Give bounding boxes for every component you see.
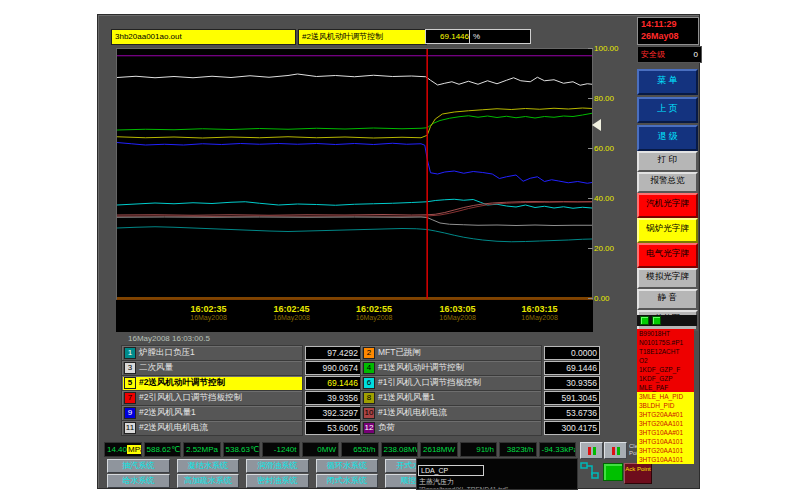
legend-color-swatch: 4 [363,362,375,374]
status-value-cell: 14.40MPa [104,442,142,457]
screen-shortcut-button[interactable]: 密封油系统 [246,474,309,488]
legend-label-cell[interactable]: 9#2送风机风量1 [121,405,303,421]
legend-label-cell[interactable]: 1炉膛出口负压1 [121,345,303,361]
alarm-list: B99018HTN010175S.#P1T18E12ACHTO21KDF_GZP… [637,329,694,464]
sidebar-button-模拟光字牌[interactable]: 模拟光字牌 [637,268,698,289]
dcs-trend-window: 3hb20aa001ao.out #2送风机动叶调节控制 69.1446 % 1… [97,14,700,489]
sidebar-button-报警总览[interactable]: 报警总览 [637,172,698,193]
legend-point-name: 二次风量 [139,362,173,374]
security-level-label: 安全级 [641,47,665,62]
alarm-item[interactable]: N010175S.#P1 [637,338,694,347]
alarm-item[interactable]: 3BLDH_PID [637,401,694,410]
legend-label-cell[interactable]: 11#2送风机电机电流 [121,420,303,436]
status-indicator-row [637,315,697,326]
legend-row[interactable]: 5#2送风机动叶调节控制69.1446 [121,376,361,390]
legend-row[interactable]: 11#2送风机电机电流53.6005 [121,421,361,435]
status-value-cell: 588.62℃ [144,442,182,457]
monitor-icon[interactable] [603,463,623,481]
alarm-item[interactable]: 3HTG10AA101 [637,437,694,446]
security-level-box: 安全级 0 [637,46,702,63]
legend-row[interactable]: 7#2引风机入口调节挡板控制39.9356 [121,391,361,405]
trend-file-field[interactable]: LDA_CP 主蒸汽压力 "Paper/trend/XL.TREND41.trd… [416,458,578,490]
legend-row[interactable]: 10#1送风机电机电流53.6736 [360,406,600,420]
y-tick-label: 40.00 [594,194,634,203]
legend-label-cell[interactable]: 8#1送风机风量1 [360,390,542,406]
cursor-value-pointer-icon[interactable] [592,119,601,131]
green-bar-icon [593,447,596,455]
legend-label-cell[interactable]: 12负荷 [360,420,542,436]
screen-shortcut-button[interactable]: 凝结水系统 [177,459,240,473]
trend-plot[interactable] [116,48,593,301]
sidebar-button-打印[interactable]: 打 印 [637,151,698,172]
y-tick-mark [588,298,593,299]
legend-row[interactable]: 4#1送风机动叶调节控制69.1446 [360,361,600,375]
alarm-item[interactable]: 1KDF_GZP_F [637,365,694,374]
alarm-item[interactable]: O2 [637,356,694,365]
legend-label-cell[interactable]: 3二次风量 [121,360,303,376]
alarm-item[interactable]: 3HTG20AA#01 [637,410,694,419]
alarm-item[interactable]: B99018HT [637,329,694,338]
network-icon[interactable] [580,462,600,480]
legend-row[interactable]: 3二次风量990.0674 [121,361,361,375]
legend-row[interactable]: 1炉膛出口负压197.4292 [121,346,361,360]
status-value-cell: -94.33kPa [539,442,577,457]
legend-label-cell[interactable]: 4#1送风机动叶调节控制 [360,360,542,376]
sidebar-button-电气光字牌[interactable]: 电气光字牌 [637,243,698,268]
legend-point-value: 39.9356 [305,391,361,405]
legend-row[interactable]: 12负荷300.4175 [360,421,600,435]
point-title-field[interactable]: #2送风机动叶调节控制 [298,29,427,45]
trend-series-#2送风机风量1 [117,143,592,184]
alarm-item[interactable]: 3HTG20AA101 [637,419,694,428]
point-indicator-button-1[interactable] [580,442,603,459]
legend-label-cell[interactable]: 5#2送风机动叶调节控制 [121,375,303,391]
trend-series-#1引风机入口调节挡板控制 [117,199,592,208]
status-value-cell: 2618MW [420,442,458,457]
sidebar-button-汽机光字牌[interactable]: 汽机光字牌 [637,193,698,218]
legend-row[interactable]: 9#2送风机风量1392.3297 [121,406,361,420]
legend-row[interactable]: 8#1送风机风量1591.3045 [360,391,600,405]
security-level-value: 0 [694,47,698,62]
y-tick-mark [588,148,593,149]
legend-row[interactable]: 2MFT已跳闸0.0000 [360,346,600,360]
alarm-item[interactable]: 3HTG10AA#01 [637,428,694,437]
trend-file-path: "Paper/trend/XL.TREND41.trd" [417,486,577,490]
green-bar-icon [617,447,620,455]
screen-shortcut-button[interactable]: 闭式水系统 [316,474,379,488]
sidebar-button-上页[interactable]: 上 页 [637,97,698,123]
alarm-item[interactable]: 3HTG20AA101 [637,446,694,455]
legend-column-left: 1炉膛出口负压197.42923二次风量990.06745#2送风机动叶调节控制… [121,346,361,436]
status-value-cell: 91t/h [460,442,498,457]
y-tick-label: 60.00 [594,144,634,153]
selected-trend-item[interactable]: LDA_CP [418,465,484,476]
alarm-item[interactable]: T18E12ACHT [637,347,694,356]
legend-row[interactable]: 6#1引风机入口调节挡板控制30.9356 [360,376,600,390]
legend-label-cell[interactable]: 10#1送风机电机电流 [360,405,542,421]
sidebar-button-退级[interactable]: 退 级 [637,125,698,151]
sidebar-button-锅炉光字牌[interactable]: 锅炉光字牌 [637,218,698,243]
screen-shortcut-button[interactable]: 高加疏水系统 [177,474,240,488]
alarm-item[interactable]: 1KDF_GZP [637,374,694,383]
green-status-icon [652,316,661,325]
screen-shortcut-button[interactable]: 给水系统 [107,474,170,488]
trend-series-二次风量 [117,74,592,85]
alarm-item[interactable]: MLE_PAF [637,383,694,392]
legend-label-cell[interactable]: 6#1引风机入口调节挡板控制 [360,375,542,391]
alarm-item[interactable]: 3HTG10AA101 [637,455,694,464]
alarm-item[interactable]: 3MLE_HA_PID [637,392,694,401]
red-bar-icon [588,447,591,455]
legend-point-value: 69.1446 [305,376,361,390]
legend-color-swatch: 7 [124,392,136,404]
sidebar-button-静音[interactable]: 静 音 [637,289,698,310]
legend-label-cell[interactable]: 7#2引风机入口调节挡板控制 [121,390,303,406]
legend-label-cell[interactable]: 2MFT已跳闸 [360,345,542,361]
screen-shortcut-button[interactable]: 循环水系统 [316,459,379,473]
screen-shortcut-button[interactable]: 润滑油系统 [246,459,309,473]
y-tick-mark [588,48,593,49]
screen-shortcut-button[interactable]: 抽汽系统 [107,459,170,473]
point-tag-field[interactable]: 3hb20aa001ao.out [111,29,296,45]
point-indicator-button-2[interactable] [604,442,627,459]
y-tick-mark [588,198,593,199]
sidebar-button-菜单[interactable]: 菜 单 [637,69,698,95]
trend-point-name: 主蒸汽压力 [417,477,577,486]
legend-color-swatch: 11 [124,422,136,434]
